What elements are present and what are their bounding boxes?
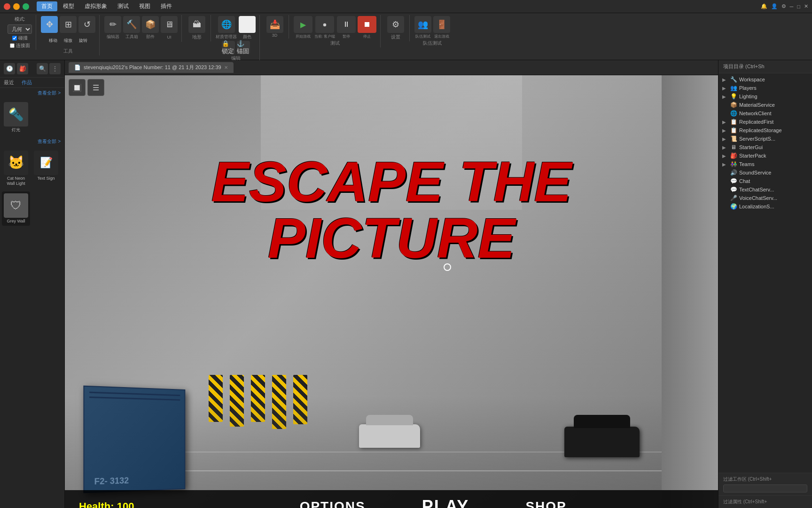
section1-view-all[interactable]: 查看全部 >	[38, 90, 61, 96]
collision-checkbox[interactable]	[12, 36, 17, 40]
sidebar-search-btn[interactable]: 🔍	[37, 63, 48, 74]
tree-item-sound[interactable]: ▶ 🔊 SoundService	[718, 168, 812, 177]
tools-tool[interactable]: 🔨	[123, 16, 140, 33]
tree-item-lighting[interactable]: ▶ 💡 Lighting	[718, 92, 812, 101]
play-button[interactable]: ▶	[294, 16, 312, 33]
minimize-button[interactable]	[13, 3, 20, 10]
lighting-icon: 💡	[730, 93, 737, 100]
window-minimize-icon[interactable]: ─	[790, 4, 794, 9]
settings-icon[interactable]: ⚙	[781, 3, 786, 9]
chat-label: Chat	[739, 178, 750, 184]
rep-storage-expand[interactable]: ▶	[722, 128, 728, 133]
pause-button[interactable]: ⏸	[337, 16, 356, 33]
tree-item-workspace[interactable]: ▶ 🔧 Workspace	[718, 75, 812, 84]
tree-item-replicated-first[interactable]: ▶ 📋 ReplicatedFirst	[718, 118, 812, 126]
lock-icon[interactable]: 🔒 锁定	[222, 41, 235, 54]
server-script-expand[interactable]: ▶	[722, 136, 728, 142]
tree-item-starter-gui[interactable]: ▶ 🖥 StarterGui	[718, 143, 812, 151]
cat-neon-thumb: 🐱	[4, 151, 28, 175]
toolbar-terrain-group: 🏔 地形	[183, 15, 211, 41]
tree-item-starter-pack[interactable]: ▶ 🎒 StarterPack	[718, 151, 812, 160]
stop-button[interactable]: ⏹	[358, 16, 376, 33]
team-test-button[interactable]: 👥	[414, 16, 431, 33]
dark-car-roof	[574, 415, 630, 428]
game-title: ESCAPE THE PICTURE	[211, 153, 572, 266]
menu-home[interactable]: 首页	[37, 1, 57, 11]
tree-item-chat[interactable]: ▶ 💬 Chat	[718, 177, 812, 185]
game-settings-button[interactable]: ⚙	[387, 16, 404, 33]
ui-tool[interactable]: 🖥	[161, 16, 178, 33]
tab-close-button[interactable]: ✕	[224, 65, 228, 70]
terrain-tool[interactable]: 🏔	[188, 16, 205, 33]
starter-pack-label: StarterPack	[739, 153, 766, 159]
menu-view[interactable]: 视图	[134, 1, 155, 11]
right-sidebar: 项目目录 (Ctrl+Sh ▶ 🔧 Workspace ▶ 👥 Players …	[718, 60, 812, 508]
editor-tool[interactable]: ✏	[104, 16, 121, 33]
close-button[interactable]	[4, 3, 10, 10]
viewport-list-btn[interactable]: ☰	[87, 79, 104, 96]
menu-plugin[interactable]: 插件	[156, 1, 177, 11]
tree-item-players[interactable]: ▶ 👥 Players	[718, 84, 812, 92]
starter-gui-expand[interactable]: ▶	[722, 145, 728, 150]
toolbar-editor-group: ✏ 🔨 📦 🖥 编辑器 工具箱 部件 UI	[101, 15, 182, 42]
workspace-expand[interactable]: ▶	[722, 77, 728, 82]
viewport-tab[interactable]: 📄 stevenqiuqiu2012's Place Number: 11 @ …	[69, 62, 234, 73]
3d-import[interactable]: 📥	[266, 16, 283, 33]
parts-tool[interactable]: 📦	[142, 16, 159, 33]
hierarchy-tree[interactable]: ▶ 🔧 Workspace ▶ 👥 Players ▶ 💡 Lighting ▶…	[718, 73, 812, 473]
sidebar-filter-btn[interactable]: ⋮	[49, 63, 61, 74]
menu-test[interactable]: 测试	[113, 1, 133, 11]
sidebar-item-cat-neon[interactable]: 🐱 Cat Neon Wall Light	[2, 149, 30, 188]
tree-item-voice-chat[interactable]: ▶ 🎤 VoiceChatServ...	[718, 194, 812, 202]
tree-item-server-script[interactable]: ▶ 📜 ServerScriptS...	[718, 135, 812, 143]
sidebar-item-text-sign[interactable]: 📝 Text Sign	[32, 149, 60, 188]
client-mode-button[interactable]: ⏺	[315, 16, 334, 33]
exit-game-button[interactable]: 🚪	[433, 16, 450, 33]
rep-first-expand[interactable]: ▶	[722, 119, 728, 125]
material-icon: 📦	[730, 102, 737, 108]
game-hud: Health: 100 OPTIONS PLAY SHOP	[65, 490, 718, 508]
scale-tool[interactable]: ⊞	[60, 16, 77, 33]
inventory-button[interactable]: 🎒	[17, 63, 28, 74]
rep-first-icon: 📋	[730, 119, 737, 125]
players-expand[interactable]: ▶	[722, 86, 728, 91]
material-manager[interactable]: 🌐	[218, 16, 235, 33]
viewport-mode-btn[interactable]: 🔲	[69, 79, 86, 96]
tree-item-teams[interactable]: ▶ 👫 Teams	[718, 160, 812, 168]
user-icon[interactable]: 👤	[771, 3, 778, 9]
menu-avatar[interactable]: 虚拟形象	[80, 1, 112, 11]
rotate-tool[interactable]: ↺	[78, 16, 95, 33]
notification-icon[interactable]: 🔔	[761, 3, 767, 9]
terrain-label: 地形	[192, 34, 202, 40]
maximize-button[interactable]	[23, 3, 29, 10]
collision-checkbox-row: 碰撞	[12, 35, 28, 41]
recent-button[interactable]: 🕐	[4, 63, 15, 74]
tree-item-material[interactable]: ▶ 📦 MaterialService	[718, 101, 812, 109]
sidebar-item-flashlight[interactable]: 🔦 灯光	[2, 100, 30, 135]
teams-expand[interactable]: ▶	[722, 162, 728, 167]
players-icon: 👥	[730, 85, 737, 91]
anchor-icon[interactable]: ⚓ 锚固	[237, 41, 250, 54]
filter-input[interactable]	[723, 484, 807, 492]
tree-item-network[interactable]: ▶ 🌐 NetworkClient	[718, 109, 812, 118]
starter-pack-expand[interactable]: ▶	[722, 153, 728, 159]
connect-face-checkbox[interactable]	[10, 43, 15, 48]
tree-item-localization[interactable]: ▶ 🌍 LocalizationS...	[718, 202, 812, 211]
lighting-expand[interactable]: ▶	[722, 94, 728, 99]
tree-item-text-chat[interactable]: ▶ 💬 TextChatServ...	[718, 185, 812, 194]
window-maximize-icon[interactable]: □	[797, 4, 800, 9]
menu-model[interactable]: 模型	[58, 1, 79, 11]
sidebar-item-grey-wall[interactable]: 🛡 Grey Wall	[2, 191, 30, 226]
options-button[interactable]: OPTIONS	[272, 499, 394, 508]
color-tool[interactable]	[239, 16, 256, 33]
shop-button[interactable]: SHOP	[497, 499, 594, 508]
recent-tab[interactable]: 最近	[4, 79, 14, 86]
tree-item-replicated-storage[interactable]: ▶ 📋 ReplicatedStorage	[718, 126, 812, 135]
play-hud-button[interactable]: PLAY	[394, 497, 498, 508]
mode-selector[interactable]: 几何	[8, 24, 32, 34]
window-close-icon[interactable]: ✕	[804, 3, 808, 9]
move-tool[interactable]: ✥	[41, 16, 58, 33]
works-tab[interactable]: 作品	[22, 79, 32, 86]
workspace-label: Workspace	[739, 77, 765, 82]
section2-view-all[interactable]: 查看全部 >	[38, 138, 61, 145]
